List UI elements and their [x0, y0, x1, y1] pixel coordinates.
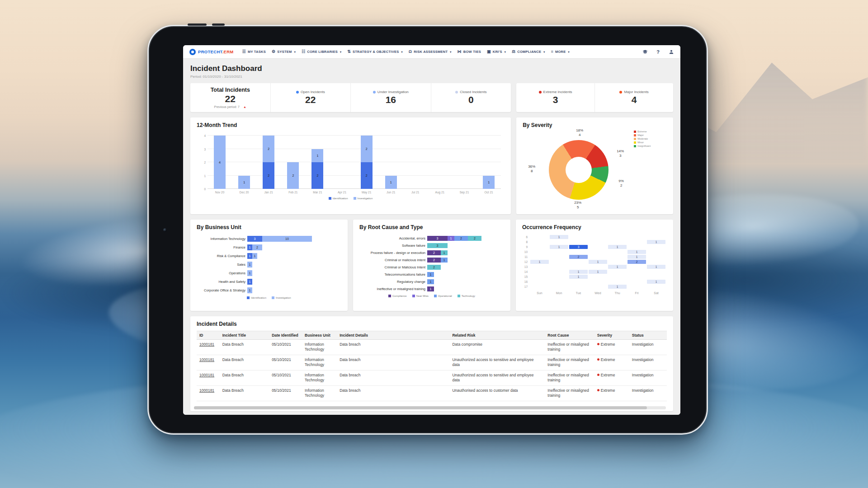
- heatmap-cell-fri-14: [627, 270, 646, 274]
- heatmap-cell-fri-8: [627, 240, 646, 244]
- nav-item-strategy-objectives[interactable]: ⇅STRATEGY & OBJECTIVES▾: [347, 50, 403, 54]
- bar-column-jan-21: 22: [256, 136, 281, 189]
- heatmap-cell-sat-11: [647, 255, 665, 259]
- heatmap-hour-label: 13: [522, 265, 529, 268]
- severity-dot: [597, 389, 599, 391]
- heatmap-hour-label: 11: [522, 255, 529, 258]
- kpi-label: Total Incidents: [211, 87, 250, 93]
- incident-id-link[interactable]: 1000181: [199, 388, 214, 393]
- horizontal-scrollbar-track: [194, 406, 666, 409]
- graduation-cap-icon[interactable]: [642, 49, 648, 55]
- heatmap-cell-wed-12: 1: [589, 260, 607, 264]
- hbar-row-criminal-or-malicious-intent: Criminal or Malicious Intent2: [359, 265, 504, 270]
- up-triangle-icon: ▲: [243, 105, 246, 108]
- kpi-open-incidents: Open Incidents22: [270, 83, 351, 112]
- slice-pct: 9%: [612, 179, 630, 183]
- chevron-down-icon: ▾: [505, 50, 506, 53]
- nav-item-compliance[interactable]: ⚖COMPLIANCE▾: [512, 50, 545, 54]
- heatmap-cell-tue-13: [569, 265, 588, 269]
- heatmap-cell-sun-12: 1: [530, 260, 549, 264]
- bar-segment-identification: 2: [263, 162, 274, 189]
- severity-donut-chart: [549, 140, 609, 200]
- occurrence-chart-title: Occurrence Frequency: [522, 224, 667, 230]
- nav-item-my-tasks[interactable]: ☰MY TASKS: [242, 50, 266, 54]
- kpi-label-text: Closed Incidents: [460, 90, 486, 94]
- hbar-bar: 1: [247, 287, 252, 293]
- bar-segment-compliance: 3: [427, 236, 448, 241]
- bar-stack: 12: [311, 149, 323, 189]
- hbar-row-process-failure-design-or-execution: Process failure - design or execution21: [359, 250, 504, 255]
- slice-value: 2: [612, 183, 630, 188]
- bar-column-may-21: 22: [354, 136, 379, 189]
- heatmap-day-label: Mon: [550, 290, 568, 295]
- heatmap-cell-fri-13: [627, 265, 646, 269]
- table-header-id: ID: [197, 331, 220, 340]
- kpi-value: 0: [468, 95, 474, 105]
- heatmap-cell-sun-8: [530, 240, 549, 244]
- legend-swatch: [434, 295, 437, 297]
- sliders-icon: ☷: [302, 50, 305, 54]
- bar-segment-compliance: 2: [427, 258, 441, 263]
- cell-id: 1000181: [197, 386, 220, 401]
- cell-status: Investigation: [629, 386, 667, 401]
- nav-item-core-libraries[interactable]: ☷CORE LIBRARIES▾: [302, 50, 341, 54]
- hbar-bar: 1: [247, 262, 252, 267]
- bar-stack: 1: [385, 176, 397, 189]
- legend-item-near-miss: Near Miss: [412, 295, 429, 297]
- heatmap-cell-sun-10: [530, 250, 549, 254]
- hbar-row-criminal-or-malicious-intent: Criminal or malicious intent21: [359, 258, 504, 263]
- heatmap-cell-mon-9: 1: [550, 245, 568, 249]
- root-cause-bars: Accidental, errors3122Software failure3P…: [359, 236, 504, 291]
- user-icon[interactable]: [668, 49, 674, 55]
- kpi-value: 4: [632, 95, 637, 105]
- incident-details-card: Incident Details IDIncident TitleDate Id…: [190, 316, 673, 411]
- legend-item-operational: Operational: [434, 295, 452, 297]
- trend-chart-plot: 0123441222122211: [208, 136, 501, 189]
- help-icon[interactable]: ?: [655, 49, 661, 55]
- hbar-bar: 11: [247, 253, 257, 259]
- horizontal-scrollbar-thumb[interactable]: [194, 406, 647, 409]
- tablet-volume-button: [188, 23, 207, 26]
- nav-item-label: MY TASKS: [248, 50, 266, 54]
- cell-severity: Extreme: [594, 355, 629, 371]
- heatmap-cell-wed-15: [589, 275, 607, 279]
- kpi-subtext-label: Previous period: 7: [214, 105, 240, 108]
- hbar-category-label: Telecommunications failure: [359, 273, 427, 277]
- donut-label-extreme: 14%3: [611, 149, 629, 159]
- nav-item-risk-assessment[interactable]: ΩRISK ASSESSMENT▾: [409, 50, 452, 54]
- heatmap-day-label: Tue: [569, 290, 588, 295]
- kpi-label-text: Total Incidents: [211, 87, 250, 93]
- cell-id: 1000181: [197, 371, 220, 386]
- heatmap-cell-thu-12: [608, 260, 627, 264]
- nav-item-label: KRI'S: [493, 50, 502, 54]
- brand-logo[interactable]: PROTECHT.ERM: [189, 49, 234, 55]
- bar-column-nov-20: 4: [208, 136, 232, 189]
- legend-swatch: [272, 296, 274, 299]
- hbar-bar: 1: [427, 272, 434, 277]
- x-axis-label: Nov 20: [208, 191, 232, 194]
- cell-title: Data Breach: [220, 386, 269, 401]
- heatmap-cell-fri-6: [627, 235, 646, 239]
- heatmap-cell-wed-14: 1: [589, 270, 607, 274]
- slice-pct: 18%: [570, 128, 590, 133]
- bar-segment-technology: 1: [441, 250, 448, 255]
- nav-item-system[interactable]: ⚙SYSTEM▾: [272, 50, 296, 54]
- nav-item-kri-s[interactable]: ▣KRI'S▾: [487, 50, 506, 54]
- incident-details-title: Incident Details: [197, 321, 667, 327]
- heatmap-cell-sat-9: [647, 245, 665, 249]
- nav-item-more[interactable]: ≡MORE▾: [551, 50, 569, 54]
- heatmap-cell-fri-16: [627, 280, 646, 284]
- hbar-category-label: Criminal or malicious intent: [359, 258, 427, 262]
- cell-status: Investigation: [629, 340, 667, 355]
- incident-id-link[interactable]: 1000181: [199, 373, 214, 377]
- heatmap-cell-mon-8: [550, 240, 568, 244]
- legend-item-identification: Identification: [329, 197, 348, 200]
- heatmap-cell-sun-9: [530, 245, 549, 249]
- incident-id-link[interactable]: 1000181: [199, 357, 214, 362]
- heatmap-cell-tue-17: [569, 285, 588, 289]
- bar-stack: 2: [287, 162, 299, 189]
- heatmap-cell-thu-15: [608, 275, 627, 279]
- legend-swatch: [634, 145, 636, 147]
- incident-id-link[interactable]: 1000181: [199, 342, 214, 347]
- nav-item-bow-ties[interactable]: ⋈BOW TIES: [458, 50, 481, 54]
